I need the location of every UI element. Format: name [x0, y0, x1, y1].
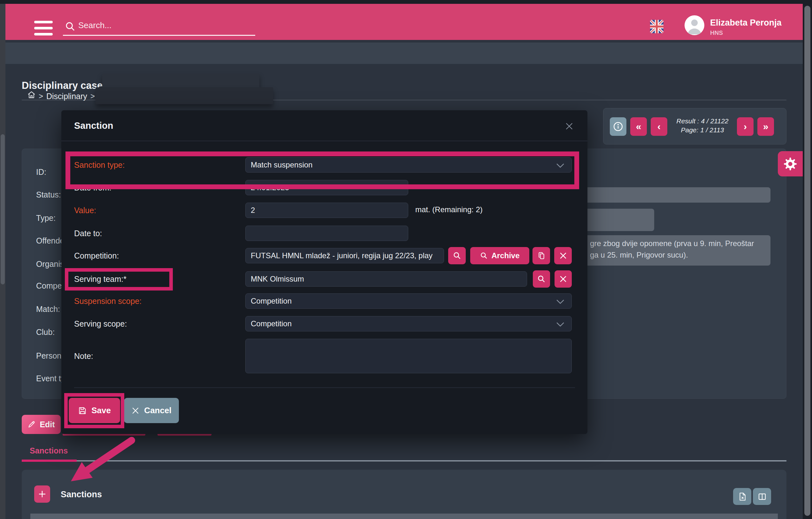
competition-copy-button[interactable]	[532, 247, 550, 264]
first-record-button[interactable]: «	[630, 117, 647, 136]
menu-hamburger-icon[interactable]	[34, 21, 53, 35]
save-button[interactable]: Save	[69, 398, 120, 423]
date-to-input[interactable]	[245, 226, 408, 241]
sanction-modal: Sanction Sanction type: Match suspension…	[61, 110, 587, 434]
cancel-button-label: Cancel	[144, 406, 171, 415]
search-icon	[537, 275, 546, 283]
columns-icon	[757, 492, 767, 501]
page-title: Disciplinary case	[22, 80, 103, 91]
edit-button-label: Edit	[39, 420, 55, 429]
note-textarea[interactable]	[245, 339, 572, 373]
add-sanction-button[interactable]	[34, 486, 50, 503]
user-organization: HNS	[710, 29, 723, 36]
save-icon	[78, 406, 87, 415]
field-label-person: Person:	[36, 351, 64, 360]
field-label-status: Status:	[36, 190, 61, 199]
pencil-icon	[27, 420, 36, 429]
suspension-scope-label: Suspension scope:	[74, 297, 142, 306]
field-label-type: Type:	[36, 214, 56, 223]
sanctions-section-title: Sanctions	[61, 490, 102, 499]
next-record-button[interactable]: ›	[737, 117, 754, 136]
tab-bar-line	[77, 460, 786, 462]
breadcrumb-separator: >	[90, 92, 95, 101]
value-suffix: mat. (Remaining: 2)	[415, 205, 483, 214]
serving-scope-select[interactable]: Competition	[245, 316, 572, 331]
sanctions-section-card: Sanctions	[22, 470, 786, 519]
page-count: Page: 1 / 2113	[670, 126, 734, 135]
suspension-scope-value: Competition	[251, 297, 292, 305]
archive-button-label: Archive	[491, 251, 519, 260]
file-export-icon	[737, 492, 747, 501]
field-label-match: Match:	[36, 305, 60, 314]
serving-scope-value: Competition	[251, 319, 292, 328]
note-label: Note:	[74, 352, 93, 361]
save-button-label: Save	[91, 406, 111, 415]
search-icon	[453, 251, 462, 260]
chevron-down-icon	[556, 163, 564, 168]
serving-team-input[interactable]	[245, 271, 527, 286]
user-avatar[interactable]	[685, 15, 704, 35]
global-search	[63, 18, 255, 36]
chevron-down-icon	[556, 322, 564, 327]
previous-record-button[interactable]: ‹	[651, 117, 667, 136]
cancel-button[interactable]: Cancel	[124, 398, 179, 423]
app-header: Elizabeta Peronja HNS	[5, 4, 803, 40]
serving-team-clear-button[interactable]	[554, 270, 572, 288]
record-pagination: « ‹ Result : 4 / 21122 Page: 1 / 2113 › …	[603, 108, 786, 144]
search-input[interactable]	[78, 21, 251, 30]
case-note-line: gre zbog dvije opomene (prva u 9. min, P…	[590, 238, 754, 249]
value-input[interactable]	[245, 202, 408, 218]
date-from-label: Date from:	[74, 183, 112, 192]
serving-scope-label: Serving scope:	[74, 319, 127, 329]
breadcrumb-item-disciplinary[interactable]: Disciplinary	[46, 92, 87, 101]
serving-team-label: Serving team:*	[74, 275, 126, 284]
pagination-status: Result : 4 / 21122 Page: 1 / 2113	[670, 117, 734, 135]
modal-header-divider	[61, 141, 587, 141]
field-label-club: Club:	[36, 328, 55, 337]
plus-icon	[37, 489, 47, 499]
case-note-line: ga u 25. min, Prigovor sucu).	[590, 249, 688, 261]
breadcrumb: > Disciplinary >	[5, 43, 803, 64]
application-window: Elizabeta Peronja HNS > Disciplinary > D…	[0, 0, 812, 519]
sanction-type-value: Match suspension	[251, 160, 312, 169]
competition-label: Competition:	[74, 251, 119, 261]
date-from-input[interactable]	[245, 180, 408, 195]
search-icon	[480, 251, 488, 260]
competition-clear-button[interactable]	[554, 247, 572, 264]
user-name[interactable]: Elizabeta Peronja	[710, 18, 782, 28]
close-icon	[131, 407, 140, 415]
sanction-type-select[interactable]: Match suspension	[245, 157, 572, 172]
close-icon[interactable]	[564, 122, 574, 131]
columns-button[interactable]	[753, 488, 771, 505]
home-icon[interactable]	[27, 90, 36, 100]
info-button[interactable]	[610, 117, 627, 136]
last-record-button[interactable]: »	[757, 117, 774, 136]
edit-button[interactable]: Edit	[22, 415, 61, 434]
competition-search-button[interactable]	[448, 247, 466, 264]
serving-team-search-button[interactable]	[533, 270, 550, 288]
export-file-button[interactable]	[733, 488, 751, 505]
chevron-down-icon	[556, 299, 564, 304]
redacted-breadcrumb-value	[95, 87, 273, 104]
competition-archive-button[interactable]: Archive	[470, 247, 529, 264]
tab-sanctions[interactable]: Sanctions	[30, 446, 68, 456]
modal-footer-divider	[74, 387, 575, 388]
sanction-type-label: Sanction type:	[74, 160, 124, 170]
settings-gear-button[interactable]	[778, 151, 803, 176]
close-icon	[559, 251, 567, 260]
tab-active-underline	[22, 460, 77, 462]
close-icon	[559, 275, 567, 283]
value-label: Value:	[74, 206, 96, 215]
right-scrollbar-thumb[interactable]	[804, 6, 810, 516]
competition-input[interactable]	[245, 248, 444, 263]
gear-icon	[783, 157, 798, 171]
modal-title: Sanction	[74, 120, 113, 131]
suspension-scope-select[interactable]: Competition	[245, 293, 572, 309]
sanctions-table-header-strip	[30, 514, 778, 519]
search-icon	[65, 21, 76, 32]
left-scrollbar-thumb[interactable]	[1, 134, 5, 284]
language-flag-icon[interactable]	[650, 20, 664, 33]
field-label-id: ID:	[36, 167, 46, 177]
date-to-label: Date to:	[74, 229, 102, 238]
copy-icon	[537, 251, 546, 260]
